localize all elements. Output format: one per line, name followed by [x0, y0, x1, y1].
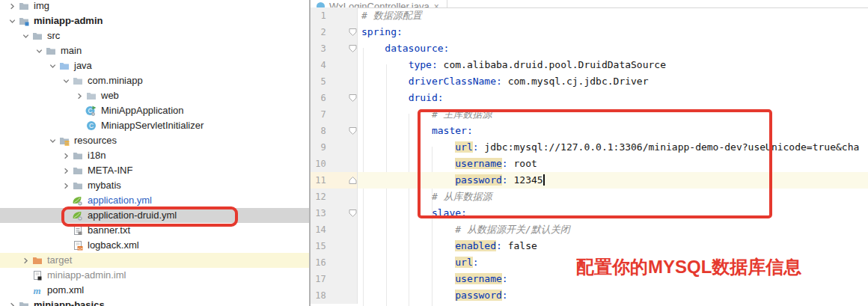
line-text: username:	[358, 271, 508, 287]
editor-line-11[interactable]: 11 password: 12345	[311, 172, 868, 189]
line-number: 2	[311, 27, 326, 37]
tree-item-miniappservletinitializer[interactable]: CMiniappServletInitializer	[0, 118, 309, 133]
line-number: 8	[311, 126, 326, 136]
chevron-spacer	[73, 105, 85, 116]
svg-text:C: C	[88, 122, 93, 129]
gutter: 3	[311, 40, 358, 57]
tree-item-miniappapplication[interactable]: CMiniAppApplication	[0, 103, 309, 118]
tree-item-label: i18n	[88, 148, 106, 163]
chevron-down-icon[interactable]	[46, 135, 58, 146]
fold-spacer	[349, 143, 357, 152]
tree-item-label: main	[61, 43, 82, 58]
tree-item-pom-xml[interactable]: mpom.xml	[0, 283, 309, 298]
line-text: password: 12345	[358, 172, 545, 189]
tree-item-banner-txt[interactable]: banner.txt	[0, 223, 309, 238]
tree-item-logback-xml[interactable]: <>logback.xml	[0, 238, 309, 253]
editor-line-10[interactable]: 10 username: root	[311, 156, 868, 172]
editor-line-8[interactable]: 8 master:	[311, 123, 868, 139]
code-area[interactable]: 1# 数据源配置2spring:3 datasource:4 type: com…	[311, 7, 868, 306]
chevron-right-icon[interactable]	[60, 150, 72, 161]
editor-line-14[interactable]: 14 # 从数据源开关/默认关闭	[311, 221, 868, 238]
tree-item-label: target	[47, 253, 72, 268]
editor-line-16[interactable]: 16 url:	[311, 254, 868, 271]
tree-item-label: miniapp-admin.iml	[47, 268, 126, 283]
tree-item-java[interactable]: java	[0, 58, 309, 73]
editor-line-6[interactable]: 6 druid:	[311, 90, 868, 106]
tree-item-mybatis[interactable]: mybatis	[0, 178, 309, 193]
fold-toggle-icon[interactable]	[349, 44, 357, 53]
tree-item-label: img	[34, 0, 49, 13]
svg-text:m: m	[33, 285, 40, 296]
line-text: enabled: false	[358, 238, 537, 254]
line-number: 9	[311, 142, 326, 153]
java-folder-icon	[58, 61, 70, 71]
tree-item-i18n[interactable]: i18n	[0, 148, 309, 163]
tree-item-web[interactable]: web	[0, 88, 309, 103]
folder-icon	[31, 31, 43, 41]
spring-file-icon	[72, 195, 83, 206]
chevron-down-icon[interactable]	[60, 76, 72, 86]
line-number: 4	[311, 60, 326, 70]
line-number: 3	[311, 43, 326, 54]
chevron-right-icon[interactable]	[60, 165, 72, 176]
tree-item-miniapp-admin[interactable]: miniapp-admin	[0, 13, 309, 28]
tree-item-label: application.yml	[88, 193, 152, 208]
fold-toggle-icon[interactable]	[349, 28, 357, 37]
chevron-spacer	[60, 195, 72, 206]
gutter: 14	[311, 221, 358, 238]
gutter: 4	[311, 57, 358, 73]
editor-line-7[interactable]: 7 # 主库数据源	[311, 106, 868, 123]
chevron-right-icon[interactable]	[6, 300, 18, 306]
editor-line-3[interactable]: 3 datasource:	[311, 40, 868, 57]
editor-line-15[interactable]: 15 enabled: false	[311, 238, 868, 254]
chevron-down-icon[interactable]	[46, 61, 58, 71]
line-number: 16	[311, 257, 326, 268]
editor-line-17[interactable]: 17 username:	[311, 271, 868, 287]
editor-line-18[interactable]: 18 password:	[311, 287, 868, 304]
line-text: # 从库数据源	[358, 189, 492, 205]
gutter: 15	[311, 238, 358, 254]
xml-file-icon: <>	[72, 240, 83, 251]
chevron-right-icon[interactable]	[60, 180, 72, 191]
editor-line-12[interactable]: 12 # 从库数据源	[311, 189, 868, 205]
editor-line-13[interactable]: 13 slave:	[311, 205, 868, 221]
fold-spacer	[349, 77, 357, 86]
editor-line-9[interactable]: 9 url: jdbc:mysql://127.0.0.1:3306/minia…	[311, 139, 868, 156]
fold-spacer	[349, 110, 357, 119]
chevron-right-icon[interactable]	[19, 255, 31, 266]
tree-item-meta-inf[interactable]: META-INF	[0, 163, 309, 178]
line-text: # 主库数据源	[358, 106, 492, 123]
line-text: spring:	[358, 24, 403, 40]
chevron-down-icon[interactable]	[6, 16, 18, 26]
chevron-down-icon[interactable]	[19, 31, 31, 41]
editor-line-1[interactable]: 1# 数据源配置	[311, 7, 868, 24]
chevron-spacer	[19, 285, 31, 296]
tree-item-main[interactable]: main	[0, 43, 309, 58]
fold-toggle-icon[interactable]	[349, 176, 357, 185]
fold-toggle-icon[interactable]	[349, 126, 357, 135]
tree-item-com-miniapp[interactable]: com.miniapp	[0, 73, 309, 88]
editor-line-5[interactable]: 5 driverClassName: com.mysql.cj.jdbc.Dri…	[311, 73, 868, 90]
spring-file-icon	[72, 210, 83, 221]
tree-item-application-yml[interactable]: application.yml	[0, 193, 309, 208]
tree-item-img[interactable]: img	[0, 0, 309, 13]
editor-line-4[interactable]: 4 type: com.alibaba.druid.pool.DruidData…	[311, 57, 868, 73]
chevron-right-icon[interactable]	[73, 91, 85, 101]
tree-item-label: miniapp-admin	[34, 13, 103, 28]
tree-item-resources[interactable]: resources	[0, 133, 309, 148]
fold-toggle-icon[interactable]	[349, 94, 357, 102]
chevron-right-icon[interactable]	[6, 1, 18, 11]
editor-line-2[interactable]: 2spring:	[311, 24, 868, 40]
tree-item-label: application-druid.yml	[88, 208, 177, 223]
gutter: 8	[311, 123, 358, 139]
fold-toggle-icon[interactable]	[349, 209, 357, 218]
folder-icon	[72, 165, 83, 176]
chevron-down-icon[interactable]	[33, 46, 45, 56]
tree-item-label: web	[101, 88, 119, 103]
tree-item-miniapp-basics[interactable]: miniapp-basics	[0, 298, 309, 306]
tree-item-src[interactable]: src	[0, 28, 309, 43]
tree-item-application-druid-yml[interactable]: application-druid.yml	[0, 208, 309, 223]
line-number: 5	[311, 76, 326, 87]
tree-item-miniapp-admin-iml[interactable]: miniapp-admin.iml	[0, 268, 309, 283]
tree-item-target[interactable]: target	[0, 253, 309, 268]
